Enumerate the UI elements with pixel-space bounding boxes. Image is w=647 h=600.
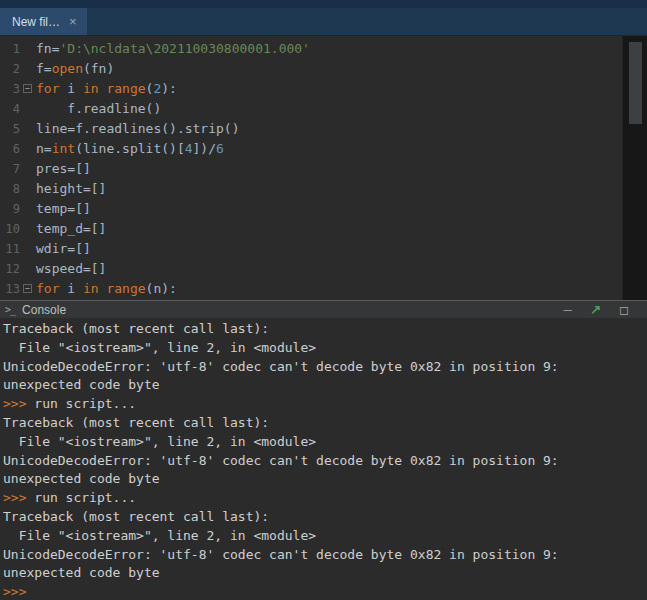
- console-prompt: >>>: [3, 584, 26, 599]
- console-panel-header: >_ Console ─ ↗ ◻: [0, 300, 647, 318]
- console-text: UnicodeDecodeError: 'utf-8' codec can't …: [3, 359, 559, 374]
- code-token: for: [36, 281, 59, 296]
- code-line[interactable]: 5line=f.readlines().strip(): [0, 119, 647, 139]
- console-text: File "<iostream>", line 2, in <module>: [3, 340, 316, 355]
- line-number: 10: [0, 219, 22, 239]
- line-number: 3: [0, 79, 22, 99]
- tab-bar: New fil… ×: [0, 0, 647, 36]
- console-title: Console: [22, 303, 66, 317]
- console-output[interactable]: Traceback (most recent call last): File …: [0, 319, 647, 600]
- scrollbar-thumb[interactable]: [629, 42, 642, 124]
- console-text: UnicodeDecodeError: 'utf-8' codec can't …: [3, 453, 559, 468]
- code-line[interactable]: 6n=int(line.split()[4])/6: [0, 139, 647, 159]
- console-line: UnicodeDecodeError: 'utf-8' codec can't …: [3, 452, 647, 471]
- console-line: File "<iostream>", line 2, in <module>: [3, 433, 647, 452]
- fold-slot: [22, 99, 34, 119]
- console-line: unexpected code byte: [3, 564, 647, 583]
- code-token: temp_d=[]: [36, 221, 106, 236]
- code-line[interactable]: 11wdir=[]: [0, 239, 647, 259]
- fold-slot: [22, 119, 34, 139]
- fold-slot: [22, 239, 34, 259]
- code-text: wspeed=[]: [34, 259, 106, 279]
- code-editor[interactable]: 1fn='D:\ncldata\202110030800001.000'2f=o…: [0, 36, 647, 300]
- code-text: f.readline(): [34, 99, 161, 119]
- tab-close-icon[interactable]: ×: [69, 15, 77, 28]
- code-line[interactable]: 3−for i in range(2):: [0, 79, 647, 99]
- code-text: f=open(fn): [34, 59, 114, 79]
- fold-slot: [22, 259, 34, 279]
- code-token: n=: [36, 141, 52, 156]
- console-line: >>> run script...: [3, 395, 647, 414]
- code-token: range: [106, 81, 145, 96]
- fold-icon[interactable]: −: [22, 279, 34, 299]
- code-text: temp_d=[]: [34, 219, 106, 239]
- code-line[interactable]: 1fn='D:\ncldata\202110030800001.000': [0, 39, 647, 59]
- code-token: 4: [185, 141, 193, 156]
- code-text: for i in range(n):: [34, 279, 177, 299]
- code-text: pres=[]: [34, 159, 91, 179]
- code-line[interactable]: 10temp_d=[]: [0, 219, 647, 239]
- code-text: height=[]: [34, 179, 106, 199]
- console-prompt: >>>: [3, 396, 34, 411]
- ide-window: New fil… × 1fn='D:\ncldata\2021100308000…: [0, 0, 647, 600]
- console-text: unexpected code byte: [3, 471, 160, 486]
- console-line: >>> run script...: [3, 489, 647, 508]
- code-token: range: [106, 281, 145, 296]
- line-number: 4: [0, 99, 22, 119]
- line-number: 8: [0, 179, 22, 199]
- fold-icon[interactable]: −: [22, 79, 34, 99]
- code-line[interactable]: 4 f.readline(): [0, 99, 647, 119]
- editor-scrollbar[interactable]: [622, 36, 647, 300]
- code-token: temp=[]: [36, 201, 91, 216]
- code-line[interactable]: 7pres=[]: [0, 159, 647, 179]
- code-token: 'D:\ncldata\202110030800001.000': [59, 41, 309, 56]
- code-token: f=: [36, 61, 52, 76]
- code-token: 6: [216, 141, 224, 156]
- code-text: temp=[]: [34, 199, 91, 219]
- console-line: UnicodeDecodeError: 'utf-8' codec can't …: [3, 358, 647, 377]
- fold-slot: [22, 179, 34, 199]
- console-line: >>>: [3, 583, 647, 600]
- console-text: unexpected code byte: [3, 377, 160, 392]
- code-line[interactable]: 13−for i in range(n):: [0, 279, 647, 299]
- fold-slot: [22, 159, 34, 179]
- code-token: (fn): [83, 61, 114, 76]
- console-text: Traceback (most recent call last):: [3, 509, 269, 524]
- line-number: 2: [0, 59, 22, 79]
- external-arrow-icon[interactable]: ↗: [590, 304, 601, 316]
- code-token: in: [83, 81, 99, 96]
- code-text: for i in range(2):: [34, 79, 177, 99]
- code-token: wdir=[]: [36, 241, 91, 256]
- code-token: f.readline(): [36, 101, 161, 116]
- code-token: int: [52, 141, 75, 156]
- console-text: run script...: [34, 490, 136, 505]
- console-line: Traceback (most recent call last):: [3, 414, 647, 433]
- console-line: unexpected code byte: [3, 470, 647, 489]
- code-line[interactable]: 12wspeed=[]: [0, 259, 647, 279]
- fold-minus-icon[interactable]: −: [23, 84, 32, 93]
- line-number: 5: [0, 119, 22, 139]
- code-token: ):: [161, 81, 177, 96]
- code-text: wdir=[]: [34, 239, 91, 259]
- code-token: ])/: [193, 141, 216, 156]
- code-text: n=int(line.split()[4])/6: [34, 139, 224, 159]
- console-line: File "<iostream>", line 2, in <module>: [3, 527, 647, 546]
- fold-slot: [22, 139, 34, 159]
- code-token: pres=[]: [36, 161, 91, 176]
- tab-new-file[interactable]: New fil… ×: [0, 8, 87, 35]
- console-text: Traceback (most recent call last):: [3, 415, 269, 430]
- console-text: Traceback (most recent call last):: [3, 321, 269, 336]
- console-line: File "<iostream>", line 2, in <module>: [3, 339, 647, 358]
- code-line[interactable]: 9temp=[]: [0, 199, 647, 219]
- code-token: (line.split()[: [75, 141, 185, 156]
- console-line: Traceback (most recent call last):: [3, 508, 647, 527]
- console-text: File "<iostream>", line 2, in <module>: [3, 434, 316, 449]
- code-line[interactable]: 2f=open(fn): [0, 59, 647, 79]
- fold-minus-icon[interactable]: −: [23, 284, 32, 293]
- console-line: unexpected code byte: [3, 376, 647, 395]
- code-line[interactable]: 8height=[]: [0, 179, 647, 199]
- maximize-icon[interactable]: ◻: [619, 304, 629, 316]
- fold-slot: [22, 39, 34, 59]
- minimize-icon[interactable]: ─: [564, 304, 573, 316]
- tab-label: New fil…: [12, 15, 60, 29]
